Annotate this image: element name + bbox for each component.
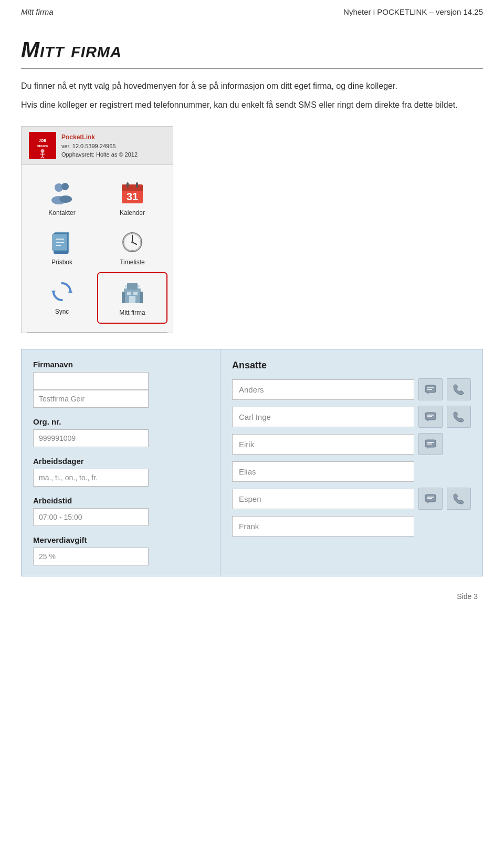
- svg-text:JOB: JOB: [39, 139, 46, 142]
- app-divider: [27, 332, 167, 333]
- svg-rect-43: [138, 285, 140, 287]
- joboffice-logo: JOB OFFICE: [29, 132, 56, 159]
- kalender-label: Kalender: [120, 209, 145, 216]
- sync-label: Sync: [55, 308, 69, 315]
- svg-rect-38: [140, 292, 143, 303]
- brand-label: Mitt firma: [21, 7, 54, 16]
- timeliste-label: Timeliste: [120, 259, 145, 266]
- svg-rect-37: [122, 292, 125, 303]
- kontakter-label: Kontakter: [48, 209, 75, 216]
- app-icon-kontakter[interactable]: Kontakter: [27, 173, 97, 223]
- svg-rect-40: [127, 292, 131, 295]
- version-info: Nyheter i POCKETLINK – versjon 14.25: [343, 7, 483, 16]
- svg-text:6: 6: [132, 249, 133, 252]
- svg-point-9: [61, 183, 69, 190]
- ansatte-title: Ansatte: [232, 360, 471, 371]
- firmanavn-input[interactable]: [33, 372, 149, 390]
- intro-paragraph-2: Hvis dine kolleger er registrert med tel…: [21, 98, 483, 112]
- svg-rect-39: [129, 296, 135, 303]
- timeliste-icon: 12 3 9 6: [119, 229, 145, 255]
- mva-value: 25 %: [33, 548, 149, 565]
- svg-text:3: 3: [141, 241, 142, 244]
- svg-rect-17: [136, 182, 138, 188]
- employee-row-frank: Frank: [232, 515, 471, 537]
- app-version: ver. 12.0.5399.24965: [61, 142, 138, 151]
- field-label-arbeidstid: Arbeidstid: [33, 496, 208, 505]
- employee-row-eirik: Eirik: [232, 433, 471, 455]
- app-name: PocketLink: [61, 132, 138, 142]
- field-label-orgnr: Org. nr.: [33, 417, 208, 426]
- employee-name-carlinge: Carl Inge: [232, 407, 414, 427]
- employee-name-espen: Espen: [232, 489, 414, 509]
- svg-rect-36: [127, 283, 138, 290]
- main-content: Firmanavn document.querySelector('[data-…: [21, 349, 483, 576]
- svg-text:OFFICE: OFFICE: [37, 145, 48, 148]
- intro-paragraph-1: Du finner nå et nytt valg på hovedmenyen…: [21, 79, 483, 93]
- sync-icon: [49, 279, 75, 305]
- app-icon-timeliste[interactable]: 12 3 9 6 Timeliste: [97, 223, 167, 272]
- app-icons-grid: Kontakter 31 Kalender: [22, 165, 173, 332]
- svg-text:31: 31: [127, 191, 138, 202]
- call-button-anders[interactable]: [447, 378, 471, 400]
- employee-name-elias: Elias: [232, 461, 414, 482]
- svg-rect-16: [127, 182, 129, 188]
- sms-button-anders[interactable]: [418, 378, 443, 400]
- svg-rect-41: [133, 292, 138, 295]
- page-number: Side 3: [457, 592, 478, 601]
- mittfirma-label: Mitt firma: [119, 309, 145, 316]
- right-panel: Ansatte Anders Carl Inge Eirik: [220, 349, 483, 576]
- orgnr-value: 999991009: [33, 429, 149, 447]
- app-icon-mittfirma[interactable]: Mitt firma: [97, 272, 167, 324]
- app-screenshot: JOB OFFICE PocketLink ver. 12.0.5399.249…: [21, 126, 173, 333]
- svg-rect-56: [425, 494, 436, 502]
- call-button-espen[interactable]: [447, 488, 471, 510]
- field-label-mva: Merverdiavgift: [33, 535, 208, 544]
- employee-row-anders: Anders: [232, 378, 471, 400]
- employee-row-elias: Elias: [232, 460, 471, 482]
- app-icon-prisbok[interactable]: Prisbok: [27, 223, 97, 272]
- app-header: JOB OFFICE PocketLink ver. 12.0.5399.249…: [22, 127, 173, 165]
- arbeidstid-value: 07:00 - 15:00: [33, 508, 149, 526]
- app-icon-sync[interactable]: Sync: [27, 272, 97, 324]
- svg-point-3: [41, 149, 45, 153]
- mittfirma-icon: [119, 280, 145, 306]
- firmanavn-value: Testfirma Geir: [33, 390, 149, 408]
- svg-text:12: 12: [131, 232, 134, 235]
- prisbok-label: Prisbok: [51, 259, 72, 266]
- prisbok-icon: [49, 229, 75, 255]
- kalender-icon: 31: [119, 180, 145, 206]
- sms-button-eirik[interactable]: [418, 433, 443, 455]
- page-title: Mitt firma: [21, 37, 483, 63]
- app-copyright: Opphavsrett: Holte as © 2012: [61, 150, 138, 159]
- employee-name-anders: Anders: [232, 379, 414, 400]
- app-icon-kalender[interactable]: 31 Kalender: [97, 173, 167, 223]
- sms-button-espen[interactable]: [418, 488, 443, 510]
- title-section: Mitt firma: [21, 37, 483, 69]
- page-header: Mitt firma Nyheter i POCKETLINK – versjo…: [21, 0, 483, 22]
- field-label-arbeidsdager: Arbeidsdager: [33, 457, 208, 466]
- svg-point-28: [131, 241, 133, 243]
- call-button-carlinge[interactable]: [447, 406, 471, 428]
- page-footer: Side 3: [21, 592, 483, 601]
- svg-rect-44: [425, 385, 436, 393]
- employee-name-frank: Frank: [232, 516, 414, 537]
- field-label-firmanavn: Firmanavn: [33, 360, 208, 369]
- svg-text:9: 9: [123, 241, 124, 244]
- sms-button-carlinge[interactable]: [418, 406, 443, 428]
- employee-name-eirik: Eirik: [232, 434, 414, 455]
- kontakter-icon: [49, 180, 75, 206]
- svg-rect-48: [425, 412, 436, 420]
- svg-rect-52: [425, 440, 436, 447]
- employee-row-carlinge: Carl Inge: [232, 406, 471, 428]
- arbeidsdager-value: ma., ti., on., to., fr.: [33, 469, 149, 487]
- employee-row-espen: Espen: [232, 488, 471, 510]
- app-header-text: PocketLink ver. 12.0.5399.24965 Opphavsr…: [61, 132, 138, 159]
- svg-point-11: [59, 195, 72, 203]
- left-panel: Firmanavn document.querySelector('[data-…: [21, 349, 220, 576]
- svg-rect-42: [125, 285, 127, 287]
